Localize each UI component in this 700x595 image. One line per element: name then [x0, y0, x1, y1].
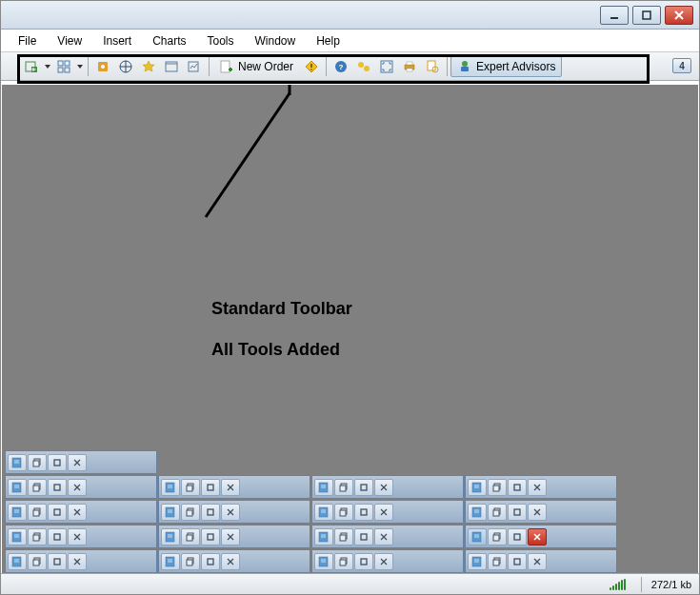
statusbar: 272/1 kb	[1, 573, 699, 594]
close-window-button[interactable]	[374, 528, 393, 545]
maximize-window-button[interactable]	[48, 479, 67, 496]
restore-window-button[interactable]	[488, 504, 507, 521]
close-window-button[interactable]	[528, 479, 547, 496]
chart-icon[interactable]	[161, 479, 180, 496]
navigator-button[interactable]	[114, 56, 137, 77]
chart-icon[interactable]	[314, 553, 333, 570]
chart-icon[interactable]	[314, 504, 333, 521]
minimize-button[interactable]	[600, 6, 629, 25]
strategy-tester-button[interactable]	[183, 56, 206, 77]
maximize-window-button[interactable]	[48, 454, 67, 471]
restore-window-button[interactable]	[488, 553, 507, 570]
close-window-button[interactable]	[374, 553, 393, 570]
close-window-button[interactable]	[221, 479, 240, 496]
chart-icon[interactable]	[8, 528, 27, 545]
maximize-window-button[interactable]	[201, 553, 220, 570]
metaquotes-button[interactable]: ?	[330, 56, 352, 77]
close-window-button[interactable]	[68, 454, 87, 471]
maximize-window-button[interactable]	[508, 479, 527, 496]
restore-window-button[interactable]	[334, 553, 353, 570]
data-window-button[interactable]	[137, 56, 160, 77]
profiles-button[interactable]	[52, 56, 75, 77]
fullscreen-button[interactable]	[375, 56, 398, 77]
maximize-window-button[interactable]	[201, 504, 220, 521]
restore-window-button[interactable]	[488, 528, 507, 545]
close-window-button[interactable]	[528, 504, 547, 521]
chart-icon[interactable]	[8, 504, 27, 521]
maximize-window-button[interactable]	[48, 504, 67, 521]
maximize-window-button[interactable]	[354, 504, 373, 521]
close-window-button[interactable]	[68, 479, 87, 496]
new-chart-button[interactable]	[20, 56, 43, 77]
restore-window-button[interactable]	[28, 479, 47, 496]
maximize-window-button[interactable]	[48, 528, 67, 545]
menu-tools[interactable]: Tools	[198, 31, 244, 50]
restore-window-button[interactable]	[28, 553, 47, 570]
close-window-button[interactable]	[68, 553, 87, 570]
restore-window-button[interactable]	[488, 479, 507, 496]
menu-file[interactable]: File	[9, 31, 46, 50]
terminal-button[interactable]	[160, 56, 183, 77]
restore-window-button[interactable]	[181, 528, 200, 545]
chart-icon[interactable]	[314, 479, 333, 496]
new-order-button[interactable]: New Order	[212, 56, 300, 77]
chart-icon[interactable]	[468, 528, 487, 545]
close-window-button[interactable]	[221, 553, 240, 570]
svg-rect-46	[54, 559, 60, 565]
chart-icon[interactable]	[161, 504, 180, 521]
chart-icon[interactable]	[8, 454, 27, 471]
maximize-window-button[interactable]	[354, 528, 373, 545]
chart-icon[interactable]	[314, 528, 333, 545]
chart-icon[interactable]	[468, 504, 487, 521]
close-window-button[interactable]	[528, 528, 547, 545]
notification-badge[interactable]: 4	[672, 58, 691, 73]
close-window-button[interactable]	[221, 504, 240, 521]
restore-window-button[interactable]	[334, 504, 353, 521]
menu-view[interactable]: View	[48, 31, 91, 50]
chart-icon[interactable]	[161, 528, 180, 545]
alert-button[interactable]	[300, 56, 323, 77]
restore-window-button[interactable]	[334, 479, 353, 496]
restore-window-button[interactable]	[28, 528, 47, 545]
maximize-window-button[interactable]	[201, 479, 220, 496]
close-window-button[interactable]	[221, 528, 240, 545]
maximize-window-button[interactable]	[508, 504, 527, 521]
menu-charts[interactable]: Charts	[143, 31, 195, 50]
chart-icon[interactable]	[468, 479, 487, 496]
restore-window-button[interactable]	[181, 504, 200, 521]
maximize-window-button[interactable]	[508, 528, 527, 545]
new-chart-dropdown[interactable]	[43, 56, 52, 77]
restore-window-button[interactable]	[181, 479, 200, 496]
restore-window-button[interactable]	[28, 504, 47, 521]
maximize-button[interactable]	[632, 6, 661, 25]
maximize-window-button[interactable]	[508, 553, 527, 570]
chart-icon[interactable]	[8, 553, 27, 570]
close-window-button[interactable]	[374, 479, 393, 496]
signals-button[interactable]	[352, 56, 375, 77]
connection-bars-icon	[610, 579, 626, 590]
close-button[interactable]	[665, 6, 693, 25]
chart-icon[interactable]	[468, 553, 487, 570]
chart-icon[interactable]	[161, 553, 180, 570]
restore-window-button[interactable]	[181, 553, 200, 570]
close-window-button[interactable]	[68, 528, 87, 545]
close-window-button[interactable]	[68, 504, 87, 521]
restore-window-button[interactable]	[28, 454, 47, 471]
print-button[interactable]	[398, 56, 421, 77]
maximize-window-button[interactable]	[201, 528, 220, 545]
profiles-dropdown[interactable]	[75, 56, 85, 77]
close-window-button[interactable]	[374, 504, 393, 521]
svg-rect-8	[58, 61, 63, 66]
close-window-button[interactable]	[528, 553, 547, 570]
menu-insert[interactable]: Insert	[93, 31, 141, 50]
market-watch-button[interactable]	[91, 56, 114, 77]
menu-window[interactable]: Window	[246, 31, 306, 50]
print-preview-button[interactable]	[421, 56, 444, 77]
maximize-window-button[interactable]	[48, 553, 67, 570]
maximize-window-button[interactable]	[354, 479, 373, 496]
restore-window-button[interactable]	[334, 528, 353, 545]
expert-advisors-button[interactable]: Expert Advisors	[450, 56, 562, 77]
menu-help[interactable]: Help	[307, 31, 350, 50]
chart-icon[interactable]	[8, 479, 27, 496]
maximize-window-button[interactable]	[354, 553, 373, 570]
